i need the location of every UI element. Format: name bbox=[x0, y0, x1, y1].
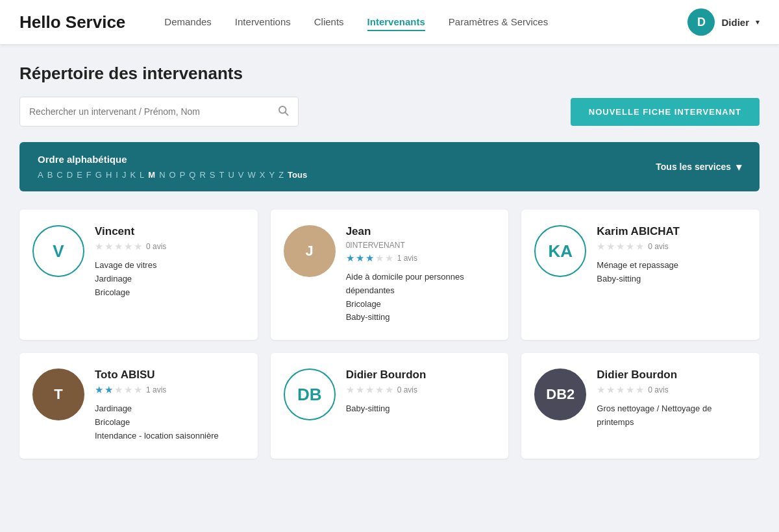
alpha-U[interactable]: U bbox=[228, 170, 234, 180]
alpha-A[interactable]: A bbox=[38, 170, 43, 180]
star-empty: ★ bbox=[124, 241, 132, 252]
card-header: T Toto ABISU ★★★★★1 avis JardinageBricol… bbox=[32, 369, 245, 442]
card-didier-b2[interactable]: DB2 Didier Bourdon ★★★★★0 avis Gros nett… bbox=[521, 353, 760, 458]
logo: Hello Service bbox=[19, 12, 125, 32]
star-empty: ★ bbox=[606, 241, 615, 252]
card-karim[interactable]: KA Karim ABICHAT ★★★★★0 avis Ménage et r… bbox=[521, 210, 760, 340]
star-empty: ★ bbox=[606, 384, 615, 396]
star-empty: ★ bbox=[597, 241, 605, 252]
alpha-P[interactable]: P bbox=[180, 170, 186, 180]
star-rating: ★★★★★0 avis bbox=[597, 241, 747, 252]
alpha-tous[interactable]: Tous bbox=[288, 170, 307, 180]
nav-intervenants[interactable]: Intervenants bbox=[367, 14, 425, 31]
star-empty: ★ bbox=[385, 252, 393, 264]
nav-parametres[interactable]: Paramètres & Services bbox=[449, 14, 548, 31]
star-empty: ★ bbox=[385, 384, 393, 396]
avis-count: 0 avis bbox=[648, 385, 668, 394]
star-filled: ★ bbox=[356, 252, 364, 264]
alpha-L[interactable]: L bbox=[140, 170, 144, 180]
alpha-F[interactable]: F bbox=[86, 170, 92, 180]
star-rating: ★★★★★1 avis bbox=[346, 252, 496, 264]
card-jean[interactable]: J Jean 0INTERVENANT ★★★★★1 avis Aide à d… bbox=[271, 210, 509, 340]
star-empty: ★ bbox=[95, 241, 103, 252]
alpha-T[interactable]: T bbox=[219, 170, 225, 180]
star-empty: ★ bbox=[356, 384, 364, 396]
card-info: Karim ABICHAT ★★★★★0 avis Ménage et repa… bbox=[597, 225, 747, 286]
avatar: DB bbox=[284, 369, 336, 420]
service-tag: Baby-sitting bbox=[597, 272, 747, 286]
nav-interventions[interactable]: Interventions bbox=[235, 14, 291, 31]
search-box bbox=[19, 97, 299, 127]
service-tag: Baby-sitting bbox=[346, 402, 496, 416]
user-menu[interactable]: D Didier ▾ bbox=[687, 8, 760, 36]
card-services: Gros nettoyage / Nettoyage de printemps bbox=[597, 402, 747, 429]
star-empty: ★ bbox=[124, 384, 132, 396]
alpha-I[interactable]: I bbox=[116, 170, 118, 180]
search-row: NOUVELLE FICHE INTERVENANT bbox=[19, 97, 760, 127]
service-tag: Lavage de vitres bbox=[95, 259, 245, 272]
svg-line-1 bbox=[285, 112, 288, 115]
star-empty: ★ bbox=[616, 384, 624, 396]
service-tag: Bricolage bbox=[95, 286, 245, 300]
star-empty: ★ bbox=[105, 241, 113, 252]
cards-grid: V Vincent ★★★★★0 avis Lavage de vitresJa… bbox=[19, 210, 760, 459]
star-empty: ★ bbox=[375, 384, 384, 396]
star-empty: ★ bbox=[626, 241, 634, 252]
card-info: Vincent ★★★★★0 avis Lavage de vitresJard… bbox=[95, 225, 245, 299]
card-services: Lavage de vitresJardinageBricolage bbox=[95, 259, 245, 299]
alpha-Q[interactable]: Q bbox=[189, 170, 195, 180]
card-name: Vincent bbox=[95, 225, 245, 238]
alpha-J[interactable]: J bbox=[122, 170, 127, 180]
service-tag: Bricolage bbox=[95, 416, 245, 429]
alpha-C[interactable]: C bbox=[56, 170, 62, 180]
alpha-Y[interactable]: Y bbox=[269, 170, 275, 180]
nav-links: Demandes Interventions Clients Intervena… bbox=[164, 14, 687, 31]
alpha-H[interactable]: H bbox=[106, 170, 112, 180]
alpha-V[interactable]: V bbox=[238, 170, 244, 180]
services-dropdown[interactable]: Tous les services ▾ bbox=[656, 161, 741, 173]
card-info: Jean 0INTERVENANT ★★★★★1 avis Aide à dom… bbox=[346, 225, 496, 324]
alpha-E[interactable]: E bbox=[77, 170, 82, 180]
alpha-G[interactable]: G bbox=[95, 170, 102, 180]
card-badge: 0INTERVENANT bbox=[346, 241, 496, 250]
username-label: Didier bbox=[721, 17, 749, 28]
star-empty: ★ bbox=[375, 252, 384, 264]
star-empty: ★ bbox=[616, 241, 624, 252]
card-toto[interactable]: T Toto ABISU ★★★★★1 avis JardinageBricol… bbox=[19, 353, 258, 458]
avatar: KA bbox=[534, 225, 586, 277]
alpha-N[interactable]: N bbox=[159, 170, 165, 180]
search-input[interactable] bbox=[29, 106, 277, 117]
alphabet-left: Ordre alphabétique A B C D E F G H I J K… bbox=[38, 154, 307, 180]
alpha-S[interactable]: S bbox=[210, 170, 216, 180]
alpha-W[interactable]: W bbox=[248, 170, 256, 180]
card-info: Toto ABISU ★★★★★1 avis JardinageBricolag… bbox=[95, 369, 245, 442]
alphabet-bar: Ordre alphabétique A B C D E F G H I J K… bbox=[19, 142, 760, 191]
alphabet-title: Ordre alphabétique bbox=[38, 154, 307, 165]
alpha-K[interactable]: K bbox=[130, 170, 136, 180]
card-vincent[interactable]: V Vincent ★★★★★0 avis Lavage de vitresJa… bbox=[19, 210, 258, 340]
star-rating: ★★★★★0 avis bbox=[597, 384, 747, 396]
alpha-R[interactable]: R bbox=[199, 170, 205, 180]
alpha-B[interactable]: B bbox=[47, 170, 53, 180]
star-empty: ★ bbox=[597, 384, 605, 396]
star-empty: ★ bbox=[114, 384, 123, 396]
card-didier-b1[interactable]: DB Didier Bourdon ★★★★★0 avis Baby-sitti… bbox=[271, 353, 509, 458]
service-tag: Jardinage bbox=[95, 402, 245, 416]
avis-count: 1 avis bbox=[397, 254, 417, 263]
avatar: V bbox=[32, 225, 84, 277]
alpha-M[interactable]: M bbox=[148, 170, 155, 180]
new-intervenant-button[interactable]: NOUVELLE FICHE INTERVENANT bbox=[571, 98, 760, 126]
card-info: Didier Bourdon ★★★★★0 avis Gros nettoyag… bbox=[597, 369, 747, 429]
card-header: V Vincent ★★★★★0 avis Lavage de vitresJa… bbox=[32, 225, 245, 299]
card-header: J Jean 0INTERVENANT ★★★★★1 avis Aide à d… bbox=[284, 225, 496, 324]
star-empty: ★ bbox=[636, 241, 644, 252]
alpha-O[interactable]: O bbox=[169, 170, 176, 180]
alpha-X[interactable]: X bbox=[260, 170, 266, 180]
alpha-D[interactable]: D bbox=[67, 170, 73, 180]
avis-count: 0 avis bbox=[648, 242, 668, 251]
avis-count: 0 avis bbox=[397, 385, 417, 394]
nav-demandes[interactable]: Demandes bbox=[164, 14, 212, 31]
nav-clients[interactable]: Clients bbox=[314, 14, 344, 31]
alpha-Z[interactable]: Z bbox=[278, 170, 284, 180]
service-tag: Baby-sitting bbox=[346, 311, 496, 324]
